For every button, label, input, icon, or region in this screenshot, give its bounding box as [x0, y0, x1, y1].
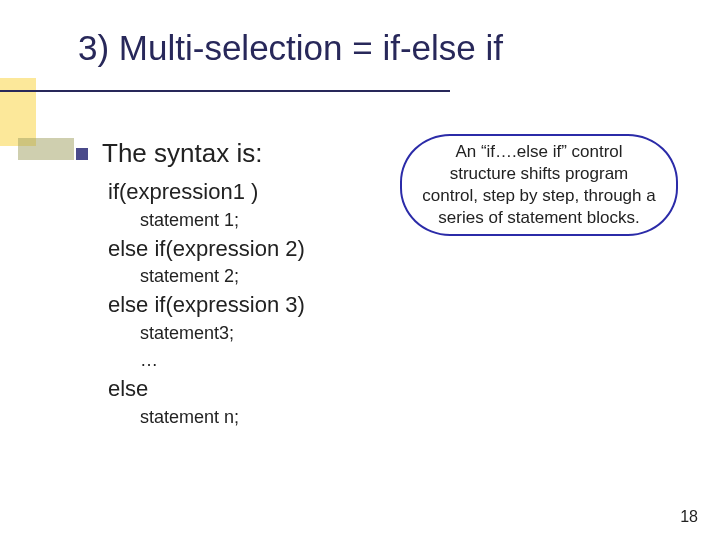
syntax-stmt3: statement3; — [140, 320, 386, 347]
square-bullet-icon — [76, 148, 88, 160]
syntax-stmt1: statement 1; — [140, 207, 386, 234]
bullet-text: The syntax is: — [102, 138, 262, 169]
decor-block-yellow — [0, 78, 36, 146]
syntax-stmtn: statement n; — [140, 404, 386, 431]
syntax-else: else — [108, 374, 386, 404]
title-underline — [0, 90, 450, 92]
content-area: The syntax is: if(expression1 ) statemen… — [76, 138, 386, 431]
title-region: 3) Multi-selection = if-else if — [78, 28, 700, 68]
syntax-dots: … — [140, 347, 386, 374]
syntax-elseif2: else if(expression 3) — [108, 290, 386, 320]
syntax-elseif1: else if(expression 2) — [108, 234, 386, 264]
callout-text: An “if….else if” control structure shift… — [420, 141, 658, 229]
decor-block-olive — [18, 138, 74, 160]
bullet-item: The syntax is: — [76, 138, 386, 169]
page-number: 18 — [680, 508, 698, 526]
syntax-if: if(expression1 ) — [108, 177, 386, 207]
callout-box: An “if….else if” control structure shift… — [400, 134, 678, 236]
syntax-stmt2: statement 2; — [140, 263, 386, 290]
slide-title: 3) Multi-selection = if-else if — [78, 28, 700, 68]
slide: 3) Multi-selection = if-else if The synt… — [0, 0, 720, 540]
